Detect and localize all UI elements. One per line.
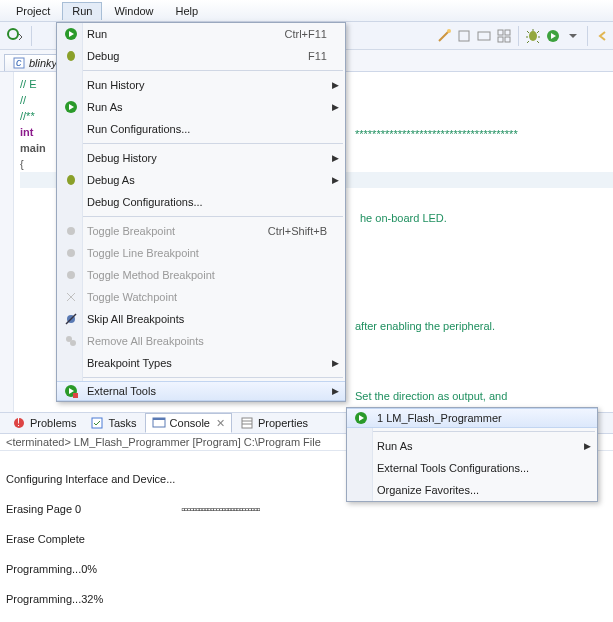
submenu-organize-favorites[interactable]: Organize Favorites... [347, 479, 597, 501]
code-comment: he on-board LED. [360, 210, 447, 226]
console-line: Programming...32% [6, 592, 607, 607]
code-comment: Set the direction as output, and [355, 388, 507, 404]
menu-toggle-method-breakpoint: Toggle Method Breakpoint [57, 264, 345, 286]
menu-separator [59, 70, 343, 71]
console-line: Erase Complete [6, 532, 607, 547]
bug-icon [63, 48, 79, 64]
tab-properties[interactable]: Properties [234, 414, 314, 432]
svg-rect-17 [242, 418, 252, 428]
submenu-arrow-icon: ▶ [332, 175, 339, 185]
submenu-arrow-icon: ▶ [584, 441, 591, 451]
svg-point-24 [67, 227, 75, 235]
menu-run[interactable]: Run [62, 2, 102, 20]
code-comment: ************************************** [355, 126, 518, 142]
console-line: Programming...0% [6, 562, 607, 577]
external-tools-icon [63, 383, 79, 399]
menu-remove-breakpoints: Remove All Breakpoints [57, 330, 345, 352]
submenu-arrow-icon: ▶ [332, 153, 339, 163]
svg-rect-16 [153, 418, 165, 420]
svg-point-26 [67, 271, 75, 279]
menu-debug[interactable]: Debug F11 [57, 45, 345, 67]
menu-debug-as[interactable]: Debug As▶ [57, 169, 345, 191]
editor-tab-label: blinky [29, 57, 57, 69]
menu-project[interactable]: Project [6, 2, 60, 20]
menu-label: Toggle Method Breakpoint [87, 269, 327, 281]
close-icon[interactable]: ✕ [216, 417, 225, 430]
submenu-arrow-icon: ▶ [332, 386, 339, 396]
svg-rect-5 [505, 30, 510, 35]
menu-run-history[interactable]: Run History▶ [57, 74, 345, 96]
svg-rect-6 [498, 37, 503, 42]
tab-label: Tasks [108, 417, 136, 429]
menu-run-as[interactable]: Run As▶ [57, 96, 345, 118]
svg-point-0 [8, 29, 18, 39]
menu-label: Run As [377, 440, 579, 452]
bug-icon [63, 172, 79, 188]
submenu-external-tools-config[interactable]: External Tools Configurations... [347, 457, 597, 479]
menu-label: Toggle Breakpoint [87, 225, 268, 237]
menu-separator [59, 143, 343, 144]
toolbar-separator [518, 26, 519, 46]
tab-problems[interactable]: ! Problems [6, 414, 82, 432]
menu-window[interactable]: Window [104, 2, 163, 20]
menu-shortcut: Ctrl+F11 [285, 28, 328, 40]
submenu-arrow-icon: ▶ [332, 80, 339, 90]
folder-icon[interactable] [475, 27, 493, 45]
submenu-lm-flash-programmer[interactable]: 1 LM_Flash_Programmer [347, 408, 597, 428]
dropdown-arrow-icon[interactable] [564, 27, 582, 45]
menu-label: Debug History [87, 152, 327, 164]
submenu-run-as[interactable]: Run As▶ [347, 435, 597, 457]
toolbar-separator [587, 26, 588, 46]
svg-point-1 [447, 29, 451, 33]
run-icon [63, 99, 79, 115]
svg-point-8 [529, 31, 537, 41]
wand-icon[interactable] [435, 27, 453, 45]
breakpoint-icon [63, 223, 79, 239]
menu-label: Toggle Line Breakpoint [87, 247, 327, 259]
svg-point-23 [67, 175, 75, 185]
new-dropdown-icon[interactable] [4, 25, 26, 47]
right-toolbar [435, 23, 611, 49]
external-tools-submenu: 1 LM_Flash_Programmer Run As▶ External T… [346, 407, 598, 502]
menu-breakpoint-types[interactable]: Breakpoint Types▶ [57, 352, 345, 374]
run-icon [353, 410, 369, 426]
submenu-arrow-icon: ▶ [332, 102, 339, 112]
svg-rect-4 [498, 30, 503, 35]
menu-label: Organize Favorites... [377, 484, 579, 496]
tab-label: Problems [30, 417, 76, 429]
svg-rect-2 [459, 31, 469, 41]
c-file-icon: c [13, 57, 25, 69]
tab-console[interactable]: Console ✕ [145, 413, 232, 433]
menu-help[interactable]: Help [166, 2, 209, 20]
menu-toggle-breakpoint: Toggle Breakpoint Ctrl+Shift+B [57, 220, 345, 242]
menu-debug-history[interactable]: Debug History▶ [57, 147, 345, 169]
menu-separator [349, 431, 595, 432]
menu-label: 1 LM_Flash_Programmer [377, 412, 579, 424]
svg-rect-3 [478, 32, 490, 40]
svg-text:c: c [16, 57, 22, 68]
tab-tasks[interactable]: Tasks [84, 414, 142, 432]
remove-breakpoints-icon [63, 333, 79, 349]
menu-label: Skip All Breakpoints [87, 313, 327, 325]
debug-dropdown-icon[interactable] [524, 27, 542, 45]
svg-point-30 [70, 340, 76, 346]
menu-label: External Tools [87, 385, 327, 397]
menu-run-configurations[interactable]: Run Configurations... [57, 118, 345, 140]
grid-icon[interactable] [495, 27, 513, 45]
check-icon[interactable] [455, 27, 473, 45]
tab-label: Properties [258, 417, 308, 429]
watchpoint-icon [63, 289, 79, 305]
menu-label: Breakpoint Types [87, 357, 327, 369]
menu-run[interactable]: Run Ctrl+F11 [57, 23, 345, 45]
menu-toggle-watchpoint: Toggle Watchpoint [57, 286, 345, 308]
menu-skip-breakpoints[interactable]: Skip All Breakpoints [57, 308, 345, 330]
menu-debug-configurations[interactable]: Debug Configurations... [57, 191, 345, 213]
toolbar-separator [31, 26, 32, 46]
breakpoint-icon [63, 245, 79, 261]
tab-label: Console [170, 417, 210, 429]
back-arrow-icon[interactable] [593, 27, 611, 45]
menu-external-tools[interactable]: External Tools▶ [57, 381, 345, 401]
run-dropdown-icon[interactable] [544, 27, 562, 45]
menu-label: Toggle Watchpoint [87, 291, 327, 303]
menu-label: Remove All Breakpoints [87, 335, 327, 347]
